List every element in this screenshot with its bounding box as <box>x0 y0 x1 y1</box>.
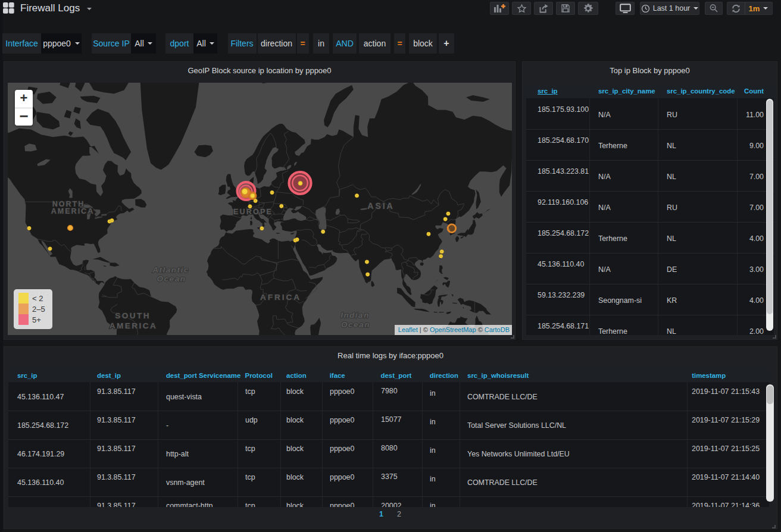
svg-text:AMERICA: AMERICA <box>110 321 158 330</box>
svg-text:Atlantic: Atlantic <box>152 265 189 274</box>
svg-text:AFRICA: AFRICA <box>260 293 301 302</box>
svg-text:ASIA: ASIA <box>367 201 394 211</box>
svg-text:Ocean: Ocean <box>341 320 370 329</box>
svg-text:AMERICA: AMERICA <box>51 207 94 215</box>
svg-text:EUROPE: EUROPE <box>233 208 273 216</box>
svg-text:Indian: Indian <box>340 311 370 320</box>
svg-text:SOUTH: SOUTH <box>115 311 151 320</box>
svg-text:Ocean: Ocean <box>157 274 186 283</box>
